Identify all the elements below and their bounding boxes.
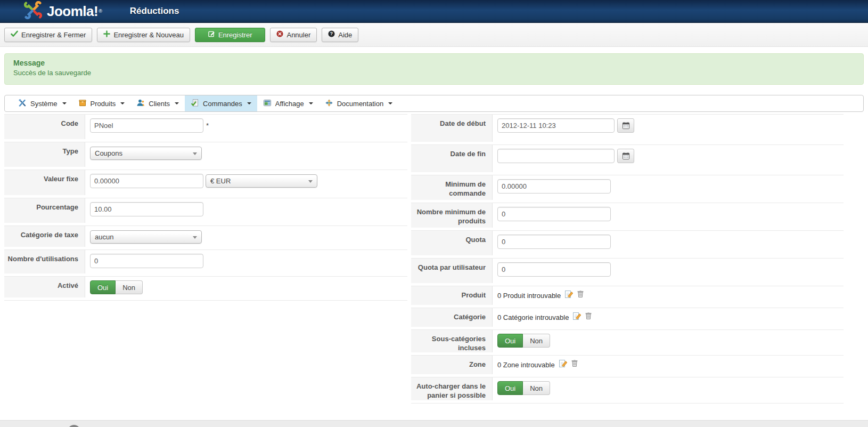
edit-icon[interactable] <box>564 290 574 301</box>
end-date-input[interactable] <box>497 149 615 163</box>
page-footer <box>0 420 868 427</box>
message-title: Message <box>13 59 855 67</box>
save-close-label: Enregistrer & Fermer <box>21 31 86 39</box>
menu-item-produits[interactable]: Produits <box>72 95 131 111</box>
active-toggle-yes[interactable]: Oui <box>90 280 116 294</box>
autoload-toggle: Oui Non <box>497 381 550 395</box>
form-row-code: Code * <box>4 115 407 142</box>
delete-icon[interactable] <box>585 312 592 322</box>
active-toggle: Oui Non <box>90 280 143 294</box>
form-row-pourcentage: Pourcentage <box>4 198 407 226</box>
field-label: Nombre d'utilisations <box>4 250 85 273</box>
field-label: Quota <box>411 231 493 255</box>
cancel-label: Annuler <box>286 31 310 39</box>
delete-icon[interactable] <box>571 359 578 369</box>
help-icon: ? <box>328 30 335 39</box>
chevron-down-icon <box>120 102 125 104</box>
field-label: Quota par utilisateur <box>411 259 493 283</box>
plus-icon <box>103 30 110 39</box>
action-toolbar: Enregistrer & Fermer Enregistrer & Nouve… <box>0 23 868 47</box>
currency-select[interactable]: € EUR <box>206 174 317 188</box>
menu-item-documentation[interactable]: Documentation <box>319 95 398 111</box>
start-date-input[interactable] <box>497 118 615 133</box>
page-title: Réductions <box>130 6 179 17</box>
subcategories-toggle: Oui Non <box>497 334 550 348</box>
form-row-utilisations: Nombre d'utilisations <box>4 250 407 277</box>
zone-value-text: 0 Zone introuvable <box>497 359 555 369</box>
cancel-button[interactable]: Annuler <box>270 28 317 42</box>
edit-icon[interactable] <box>572 312 582 323</box>
form-row-sous-categories: Sous-catégories incluses Oui Non <box>411 330 844 356</box>
order-icon <box>191 99 199 109</box>
subcategories-toggle-no[interactable]: Non <box>523 334 550 348</box>
end-date-calendar-button[interactable] <box>617 149 634 163</box>
save-close-button[interactable]: Enregistrer & Fermer <box>4 28 92 42</box>
chevron-down-icon <box>175 102 179 104</box>
user-quota-input[interactable] <box>497 262 611 277</box>
field-label: Date de début <box>411 115 493 142</box>
menu-label-systeme: Système <box>30 100 58 108</box>
success-message: Message Succès de la sauvegarde <box>4 53 864 85</box>
currency-select-value: € EUR <box>210 177 231 185</box>
field-label: Catégorie <box>411 308 493 327</box>
code-input[interactable] <box>90 118 203 133</box>
calendar-icon <box>622 152 630 160</box>
admin-header: Joomla! ® Réductions <box>0 0 868 23</box>
save-new-button[interactable]: Enregistrer & Nouveau <box>97 28 190 42</box>
chevron-down-icon <box>62 102 67 104</box>
save-label: Enregistrer <box>218 31 252 39</box>
fixed-value-input[interactable] <box>90 174 203 188</box>
form-row-zone: Zone 0 Zone introuvable <box>411 356 844 377</box>
tax-category-select-value: aucun <box>95 233 113 241</box>
save-button[interactable]: Enregistrer <box>195 28 266 42</box>
form-row-active: Activé Oui Non <box>4 277 407 301</box>
autoload-toggle-yes[interactable]: Oui <box>497 381 523 395</box>
type-select[interactable]: Coupons <box>90 147 202 160</box>
menu-item-commandes[interactable]: Commandes <box>185 95 257 111</box>
menu-label-produits: Produits <box>91 100 116 108</box>
autoload-toggle-no[interactable]: Non <box>523 381 550 395</box>
form-row-valeur-fixe: Valeur fixe € EUR <box>4 170 407 198</box>
form-row-auto-charger: Auto-charger dans le panier si possible … <box>411 377 844 404</box>
subcategories-toggle-yes[interactable]: Oui <box>497 334 523 348</box>
start-date-calendar-button[interactable] <box>617 118 634 133</box>
tax-category-select[interactable]: aucun <box>90 230 202 244</box>
field-label: Catégorie de taxe <box>4 226 85 247</box>
joomla-wordmark: Joomla! <box>47 3 98 20</box>
form-row-categorie: Catégorie 0 Catégorie introuvable <box>411 308 844 330</box>
joomla-logo: Joomla! ® <box>24 1 102 21</box>
product-minimum-input[interactable] <box>497 207 611 221</box>
delete-icon[interactable] <box>577 290 584 300</box>
field-label: Nombre minimum de produits <box>411 203 493 228</box>
field-label: Date de fin <box>411 145 493 172</box>
menu-item-affichage[interactable]: Affichage <box>257 95 319 111</box>
percentage-input[interactable] <box>90 202 203 216</box>
field-label: Produit <box>411 286 493 305</box>
menu-label-affichage: Affichage <box>275 100 304 108</box>
field-label: Code <box>4 115 85 139</box>
active-toggle-no[interactable]: Non <box>116 280 143 294</box>
svg-text:?: ? <box>330 31 333 36</box>
field-label: Type <box>4 142 85 167</box>
box-icon <box>78 99 87 109</box>
registered-mark: ® <box>99 9 102 14</box>
docs-icon <box>325 99 333 109</box>
form-row-quota-utilisateur: Quota par utilisateur <box>411 259 844 286</box>
field-label: Zone <box>411 356 493 374</box>
calendar-icon <box>622 122 630 130</box>
menu-item-clients[interactable]: Clients <box>130 95 185 111</box>
chevron-down-icon <box>193 236 197 239</box>
form-row-type: Type Coupons <box>4 142 407 170</box>
order-minimum-input[interactable] <box>497 179 611 194</box>
form-row-categorie-taxe: Catégorie de taxe aucun <box>4 226 407 250</box>
field-label: Pourcentage <box>4 198 85 223</box>
usage-count-input[interactable] <box>90 254 203 268</box>
form-row-minimum-commande: Minimum de commande <box>411 175 844 203</box>
menu-item-systeme[interactable]: Système <box>12 95 72 111</box>
form-row-minimum-produits: Nombre minimum de produits <box>411 203 844 231</box>
quota-input[interactable] <box>497 235 611 249</box>
edit-icon[interactable] <box>559 359 568 370</box>
help-button[interactable]: ? Aide <box>322 28 358 42</box>
form-row-date-debut: Date de début <box>411 115 844 145</box>
save-new-label: Enregistrer & Nouveau <box>113 31 184 39</box>
